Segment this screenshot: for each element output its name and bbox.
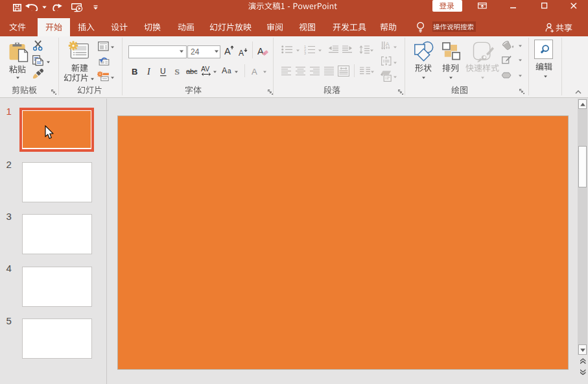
svg-text:3: 3 [304,51,306,54]
svg-text:B: B [132,67,137,76]
svg-text:AV: AV [201,66,209,73]
svg-text:A: A [385,41,389,47]
svg-text:A: A [239,49,244,56]
svg-text:A: A [222,66,228,75]
svg-text:a: a [228,67,231,75]
svg-text:A: A [224,46,231,56]
svg-text:U: U [160,67,166,76]
svg-text:S: S [176,67,180,76]
svg-text:A: A [257,46,264,56]
svg-text:I: I [147,67,151,76]
svg-text:A: A [252,67,257,76]
